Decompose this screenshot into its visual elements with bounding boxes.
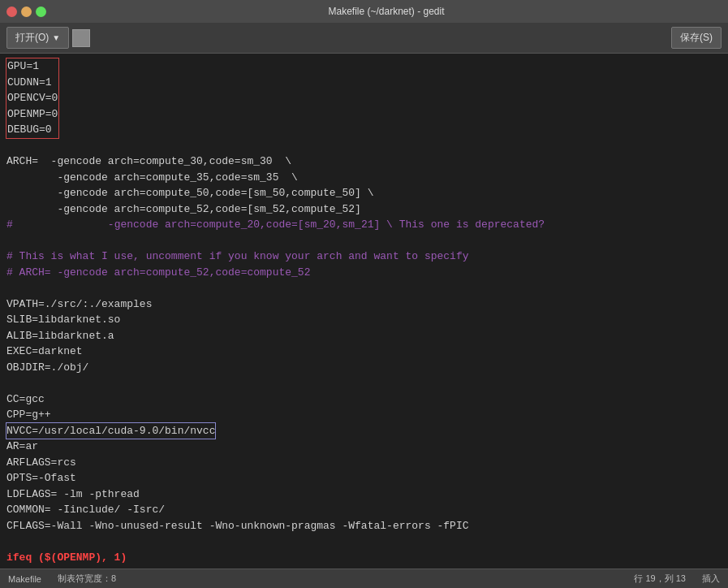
ifeq-openmp: ifeq ($(OPENMP), 1): [6, 551, 127, 564]
arch-comment-2: # ARCH= -gencode arch=compute_52,code=co…: [6, 266, 310, 279]
position-label: 行 19，列 13: [634, 573, 686, 585]
window-title: Makefile (~/darknet) - gedit: [51, 6, 722, 17]
filetype-label: Makefile: [8, 574, 41, 584]
minimize-button[interactable]: [21, 6, 32, 17]
open-button[interactable]: 打开(O) ▼: [6, 27, 69, 49]
statusbar: Makefile 制表符宽度：8 行 19，列 13 插入: [0, 569, 728, 588]
save-icon: [72, 29, 90, 47]
save-button[interactable]: 保存(S): [671, 27, 722, 49]
titlebar: Makefile (~/darknet) - gedit: [0, 0, 728, 23]
mode-label: 插入: [702, 573, 720, 585]
gpu-var: GPU=1 CUDNN=1 OPENCV=0 OPENMP=0 DEBUG=0: [6, 58, 58, 138]
window-controls[interactable]: [6, 6, 46, 17]
tab-width-label: 制表符宽度：8: [58, 573, 116, 585]
nvcc-var: NVCC=/usr/local/cuda-9.0/bin/nvcc: [6, 423, 215, 439]
code-block: GPU=1 CUDNN=1 OPENCV=0 OPENMP=0 DEBUG=0 …: [0, 57, 728, 569]
arch-comment-1: # This is what I use, uncomment if you k…: [6, 250, 469, 262]
deprecated-comment: # -gencode arch=compute_20,code=[sm_20,s…: [6, 218, 545, 231]
maximize-button[interactable]: [36, 6, 46, 17]
editor-area[interactable]: GPU=1 CUDNN=1 OPENCV=0 OPENMP=0 DEBUG=0 …: [0, 54, 728, 569]
dropdown-arrow-icon[interactable]: ▼: [52, 33, 60, 42]
statusbar-right: 行 19，列 13 插入: [634, 573, 720, 585]
open-label: 打开(O): [15, 31, 49, 45]
toolbar: 打开(O) ▼ 保存(S): [0, 23, 728, 54]
close-button[interactable]: [6, 6, 17, 17]
